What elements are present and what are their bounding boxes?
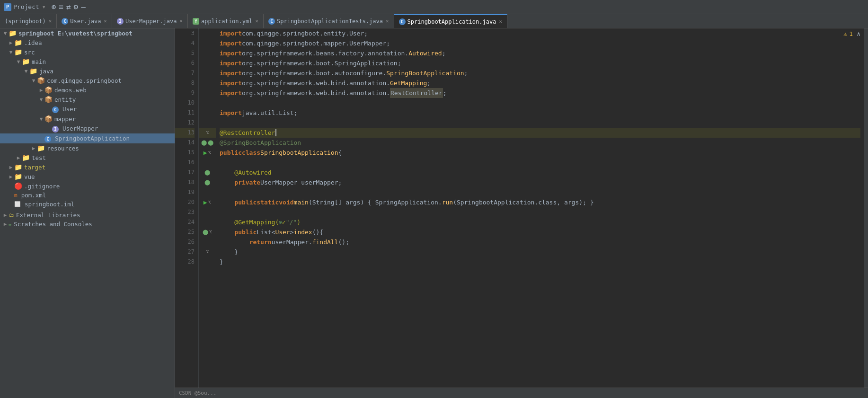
tab-springboot[interactable]: (springboot) ✕ [0, 14, 57, 28]
keyword-import-5: import [220, 48, 242, 58]
tab-springboot-tests[interactable]: C SpringbootApplicationTests.java ✕ [264, 14, 394, 28]
tab-close-yml[interactable]: ✕ [255, 18, 258, 24]
scrollbar-right[interactable] [864, 28, 868, 388]
sidebar-item-springboot-app-class[interactable]: C SpringbootApplication [0, 133, 175, 143]
sidebar-label-mapper: mapper [54, 115, 173, 123]
pkg-7: org.springframework.boot.autoconfigure. [242, 68, 386, 78]
fold-icon-13[interactable]: ⌥ [206, 130, 209, 136]
tab-springboot-label: (springboot) [5, 18, 46, 25]
settings-icon[interactable]: ⚙ [74, 2, 79, 11]
top-bar: P Project ▾ ⊕ ≡ ⇄ ⚙ — [0, 0, 868, 14]
sidebar-item-main[interactable]: ▼ 📁 main [0, 57, 175, 66]
sort-icon[interactable]: ⇄ [66, 2, 71, 11]
sidebar-item-pom-xml[interactable]: m pom.xml [0, 191, 175, 200]
pkg-4: com.qingge.springboot.mapper.UserMapper; [242, 38, 390, 48]
package-icon-com-qingge: 📦 [37, 77, 45, 84]
sidebar-item-target[interactable]: ▶ 📁 target [0, 162, 175, 172]
code-line-20: public static void main(String[] args) {… [220, 197, 860, 207]
brace-close-28: } [220, 257, 223, 267]
tab-app-icon: C [399, 18, 406, 25]
indent-18 [220, 177, 234, 187]
package-icon-demos-web: 📦 [44, 86, 53, 94]
tab-usermapper-java[interactable]: I UserMapper.java ✕ [112, 14, 188, 28]
tab-close-springboot[interactable]: ✕ [49, 18, 52, 24]
sidebar-item-springboot-iml[interactable]: ⬜ springboot.iml [0, 200, 175, 209]
indent-25 [220, 227, 234, 237]
project-dropdown-icon[interactable]: ▾ [42, 3, 46, 10]
code-editor[interactable]: import com.qingge.springboot.entity.User… [216, 28, 864, 388]
arrow-springboot-iml [8, 201, 14, 207]
brace-close-27: } [234, 247, 238, 257]
sidebar-item-vue[interactable]: ▶ 📁 vue [0, 172, 175, 181]
fold-icon-27[interactable]: ⌥ [206, 249, 209, 255]
tab-close-user-java[interactable]: ✕ [104, 18, 107, 24]
sidebar-label-pom-xml: pom.xml [21, 192, 173, 199]
code-line-24: @GetMapping(⊙✓"/") [220, 217, 860, 227]
sidebar-label-external-libs: External Libraries [16, 212, 173, 219]
cls-user-25: User [275, 227, 290, 237]
sig-25: (){ [312, 227, 323, 237]
bean-icon-14a: ⬤ [201, 140, 207, 146]
sidebar-item-resources[interactable]: ▶ 📁 resources [0, 143, 175, 153]
scroll-up-icon[interactable]: ∧ [857, 30, 860, 37]
sidebar-item-entity[interactable]: ▼ 📦 entity [0, 95, 175, 104]
pkg-5: org.springframework.beans.factory.annota… [242, 48, 408, 58]
code-line-26: return userMapper.findAll(); [220, 237, 860, 247]
tab-close-tests[interactable]: ✕ [386, 18, 389, 24]
sidebar-item-java[interactable]: ▼ 📁 java [0, 66, 175, 76]
sidebar-item-demos-web[interactable]: ▶ 📦 demos.web [0, 85, 175, 95]
sidebar-item-scratches[interactable]: ▶ ✏ Scratches and Consoles [0, 220, 175, 229]
tab-close-usermapper[interactable]: ✕ [179, 18, 183, 24]
indent-26 [220, 237, 249, 247]
warning-count: 1 [849, 30, 853, 37]
pkg-11: java.util.List; [242, 108, 297, 118]
keyword-import-4: import [220, 38, 242, 48]
sidebar-item-springboot-root[interactable]: ▼ 📁 springboot E:\vuetest\springboot [0, 28, 175, 38]
code-line-28: } [220, 257, 860, 267]
editor-area: 3 4 5 6 7 8 9 10 11 12 13 14 15 16 17 18… [175, 28, 868, 398]
kw-static-20: static [257, 197, 279, 207]
sidebar-label-idea: .idea [24, 39, 173, 46]
tab-application-yml[interactable]: Y application.yml ✕ [188, 14, 264, 28]
ann-getmapping3: ) [297, 217, 301, 227]
sidebar-item-com-qingge[interactable]: ▼ 📦 com.qingge.springboot [0, 76, 175, 85]
sidebar-item-idea[interactable]: ▶ 📁 .idea [0, 38, 175, 47]
arrow-com-qingge: ▼ [30, 78, 37, 84]
arrow-entity: ▼ [38, 97, 44, 103]
fold-icon-20[interactable]: ⌥ [208, 199, 212, 205]
sidebar-item-src[interactable]: ▼ 📁 src [0, 47, 175, 57]
folder-icon-vue: 📁 [14, 173, 22, 180]
ann-getmapping: @GetMapping( [234, 217, 279, 227]
tab-springboot-app[interactable]: C SpringbootApplication.java ✕ [394, 14, 507, 28]
kw-public-20: public [234, 197, 257, 207]
sidebar-item-external-libs[interactable]: ▶ 🗂 External Libraries [0, 211, 175, 220]
collapse-icon[interactable]: — [81, 2, 86, 11]
tab-tests-label: SpringbootApplicationTests.java [277, 18, 383, 25]
package-icon-mapper: 📦 [44, 115, 53, 123]
keyword-import-7: import [220, 68, 242, 78]
sidebar-item-mapper[interactable]: ▼ 📦 mapper [0, 114, 175, 124]
code-line-6: import org.springframework.boot.SpringAp… [220, 58, 860, 68]
fold-icon-25[interactable]: ⌥ [209, 229, 213, 235]
rest-20: (SpringbootApplication.class, args); } [453, 197, 593, 207]
sidebar-item-usermapper[interactable]: I UserMapper [0, 124, 175, 133]
tab-user-java[interactable]: C User.java ✕ [57, 14, 112, 28]
list-icon[interactable]: ≡ [59, 2, 63, 11]
sidebar-item-test[interactable]: ▶ 📁 test [0, 153, 175, 162]
run-icon-20[interactable]: ▶ [204, 199, 207, 206]
sidebar-item-user[interactable]: C User [0, 104, 175, 114]
ann-restcontroller: @RestController [220, 128, 275, 138]
sidebar-item-gitignore[interactable]: 🔴 .gitignore [0, 181, 175, 191]
code-line-23 [220, 207, 860, 217]
getmapping-icon: ⊙ [279, 217, 282, 227]
tab-close-app[interactable]: ✕ [499, 18, 502, 25]
add-icon[interactable]: ⊕ [52, 2, 56, 11]
fold-icon-15[interactable]: ⌥ [208, 150, 212, 156]
tab-yml-icon: Y [193, 18, 199, 25]
tab-app-label: SpringbootApplication.java [407, 18, 496, 25]
java-c-icon-user: C [52, 105, 59, 113]
run-icon-15[interactable]: ▶ [204, 149, 207, 156]
arrow-main: ▼ [15, 59, 22, 65]
cls-getmapping: GetMapping [390, 78, 427, 88]
sidebar-label-gitignore: .gitignore [24, 183, 173, 190]
